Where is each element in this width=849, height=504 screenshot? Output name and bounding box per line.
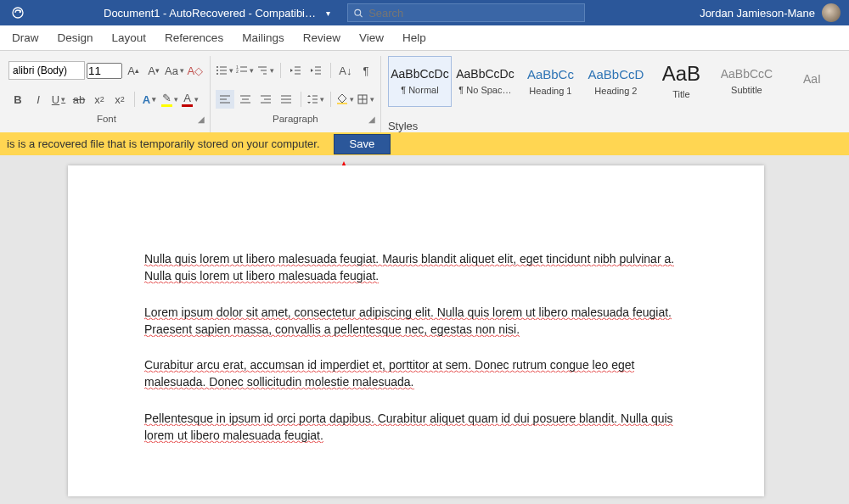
separator <box>330 63 331 78</box>
clear-formatting-button[interactable]: A◇ <box>186 61 205 80</box>
increase-indent-button[interactable] <box>306 61 325 80</box>
style-name: Heading 1 <box>529 86 571 96</box>
subscript-button[interactable]: x2 <box>90 90 109 109</box>
justify-button[interactable] <box>277 90 295 109</box>
search-icon <box>353 8 363 19</box>
multilevel-list-button[interactable] <box>256 61 275 80</box>
style-item--no-spac-[interactable]: AaBbCcDc¶ No Spac… <box>453 56 517 107</box>
style-item-subtitle[interactable]: AaBbCcCSubtitle <box>715 56 779 107</box>
underline-button[interactable]: U <box>49 90 68 109</box>
avatar <box>822 3 841 22</box>
document-title: Document1 - AutoRecovered - Compatibi… <box>93 7 326 20</box>
style-name: Title <box>672 89 689 99</box>
style-preview: AaBbCc <box>527 68 574 81</box>
font-color-button[interactable]: A <box>181 90 200 109</box>
document-paragraph[interactable]: Pellentesque in ipsum id orci porta dapi… <box>144 410 688 445</box>
style-item--normal[interactable]: AaBbCcDc¶ Normal <box>388 56 452 107</box>
user-name: Jordan Jamieson-Mane <box>700 7 815 20</box>
align-left-button[interactable] <box>216 90 234 109</box>
document-paragraph[interactable]: Lorem ipsum dolor sit amet, consectetur … <box>144 304 688 339</box>
group-styles-label: Styles <box>388 120 844 132</box>
tab-references[interactable]: References <box>165 31 223 44</box>
group-paragraph: 12 A↓ ¶ Paragraph◢ <box>211 56 381 132</box>
sort-button[interactable]: A↓ <box>336 61 355 80</box>
align-center-button[interactable] <box>236 90 255 109</box>
autosave-off-icon[interactable] <box>8 3 27 22</box>
ribbon: A▴ A▾ Aa A◇ B I U ab x2 x2 A ✎ A Font◢ 1… <box>0 51 849 132</box>
svg-line-2 <box>360 14 363 17</box>
tab-help[interactable]: Help <box>402 31 426 44</box>
svg-point-3 <box>216 66 218 68</box>
align-right-button[interactable] <box>256 90 275 109</box>
paragraph-dialog-launcher[interactable]: ◢ <box>368 115 375 124</box>
tab-mailings[interactable]: Mailings <box>242 31 284 44</box>
document-area[interactable]: Nulla quis lorem ut libero malesuada feu… <box>0 155 849 504</box>
group-styles: AaBbCcDc¶ NormalAaBbCcDc¶ No Spac…AaBbCc… <box>381 56 849 132</box>
highlight-button[interactable]: ✎ <box>160 90 179 109</box>
separator <box>280 63 281 78</box>
italic-button[interactable]: I <box>29 90 48 109</box>
document-paragraph[interactable]: Curabitur arcu erat, accumsan id imperdi… <box>144 356 688 391</box>
numbering-button[interactable]: 12 <box>236 61 255 80</box>
title-dropdown-icon[interactable]: ▾ <box>326 8 330 18</box>
document-page[interactable]: Nulla quis lorem ut libero malesuada feu… <box>68 165 764 496</box>
font-name-input[interactable] <box>8 61 85 80</box>
style-item-title[interactable]: AaBTitle <box>649 56 713 107</box>
change-case-button[interactable]: Aa <box>165 61 184 80</box>
separator <box>134 92 135 107</box>
save-button[interactable]: Save <box>334 134 391 154</box>
group-font: A▴ A▾ Aa A◇ B I U ab x2 x2 A ✎ A Font◢ <box>3 56 211 132</box>
style-preview: AaBbCcD <box>588 68 644 81</box>
quick-access-toolbar <box>0 3 59 22</box>
tab-design[interactable]: Design <box>58 31 93 44</box>
svg-point-0 <box>13 8 23 18</box>
bullets-button[interactable] <box>216 61 234 80</box>
tab-view[interactable]: View <box>359 31 384 44</box>
style-item-heading-2[interactable]: AaBbCcDHeading 2 <box>584 56 648 107</box>
font-size-input[interactable] <box>87 63 122 79</box>
search-input[interactable] <box>368 7 579 20</box>
svg-point-5 <box>216 73 218 75</box>
style-preview: AaI <box>803 73 821 85</box>
style-name: ¶ Normal <box>401 85 438 95</box>
document-paragraph[interactable]: Nulla quis lorem ut libero malesuada feu… <box>144 250 688 285</box>
increase-font-button[interactable]: A▴ <box>124 61 143 80</box>
style-item-more[interactable]: AaI <box>780 56 844 107</box>
tab-draw[interactable]: Draw <box>12 31 39 44</box>
svg-text:2: 2 <box>236 69 239 74</box>
font-dialog-launcher[interactable]: ◢ <box>198 115 205 124</box>
shading-button[interactable] <box>336 90 355 109</box>
tab-layout[interactable]: Layout <box>112 31 147 44</box>
style-name: Subtitle <box>731 85 762 95</box>
svg-point-4 <box>216 70 218 71</box>
show-marks-button[interactable]: ¶ <box>357 61 375 80</box>
style-preview: AaBbCcDc <box>456 68 514 80</box>
ribbon-tabs: Draw Design Layout References Mailings R… <box>0 25 849 51</box>
qat-more-icon[interactable] <box>32 3 51 22</box>
style-name: Heading 2 <box>594 86 637 96</box>
tab-review[interactable]: Review <box>303 31 340 44</box>
search-box[interactable] <box>347 3 585 22</box>
style-preview: AaB <box>662 64 700 84</box>
line-spacing-button[interactable] <box>306 90 325 109</box>
superscript-button[interactable]: x2 <box>110 90 129 109</box>
decrease-font-button[interactable]: A▾ <box>144 61 163 80</box>
user-account[interactable]: Jordan Jamieson-Mane <box>691 3 849 22</box>
svg-rect-37 <box>337 103 347 104</box>
recovered-file-message-text: is is a recovered file that is temporari… <box>0 137 327 150</box>
group-paragraph-label: Paragraph◢ <box>216 114 375 124</box>
bold-button[interactable]: B <box>8 90 27 109</box>
separator <box>330 92 331 107</box>
titlebar: Document1 - AutoRecovered - Compatibi… ▾… <box>0 0 849 25</box>
strikethrough-button[interactable]: ab <box>70 90 88 109</box>
group-font-label: Font◢ <box>8 114 205 124</box>
style-item-heading-1[interactable]: AaBbCcHeading 1 <box>519 56 582 107</box>
borders-button[interactable] <box>357 90 375 109</box>
svg-point-1 <box>355 9 361 15</box>
recovered-file-message-bar: is is a recovered file that is temporari… <box>0 132 849 155</box>
separator <box>301 92 301 107</box>
text-effects-button[interactable]: A <box>140 90 159 109</box>
decrease-indent-button[interactable] <box>286 61 305 80</box>
style-preview: AaBbCcC <box>721 68 773 80</box>
style-preview: AaBbCcDc <box>391 68 448 80</box>
